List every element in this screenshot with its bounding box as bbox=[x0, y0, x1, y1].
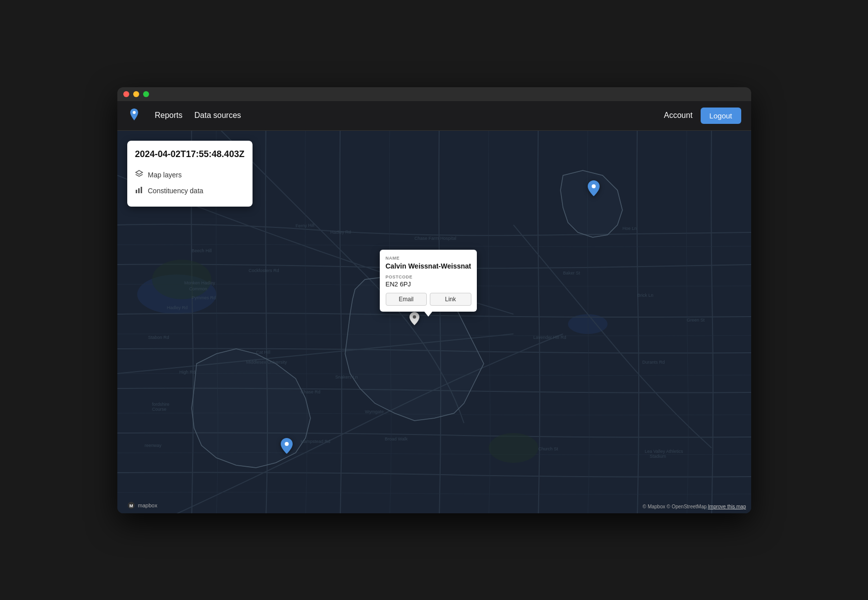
svg-rect-43 bbox=[138, 188, 140, 193]
svg-text:Hoe Ln: Hoe Ln bbox=[622, 226, 637, 231]
svg-point-39 bbox=[592, 184, 596, 188]
popup-name-label: NAME bbox=[386, 256, 471, 261]
svg-text:Ferny Hill: Ferny Hill bbox=[295, 222, 314, 228]
app-logo[interactable] bbox=[127, 108, 141, 123]
nav-data-sources[interactable]: Data sources bbox=[189, 107, 247, 124]
svg-point-0 bbox=[133, 111, 136, 114]
svg-text:Stadium: Stadium bbox=[650, 454, 666, 459]
svg-text:Stabon Rd: Stabon Rd bbox=[148, 335, 169, 340]
svg-rect-42 bbox=[136, 190, 137, 193]
popup-postcode-label: POSTCODE bbox=[386, 274, 471, 279]
svg-rect-44 bbox=[141, 187, 142, 193]
svg-text:Middlesex University: Middlesex University bbox=[246, 360, 287, 365]
maximize-dot[interactable] bbox=[143, 91, 149, 97]
mapbox-logo-text: mapbox bbox=[138, 502, 157, 508]
location-popup: NAME Calvin Weissnat-Weissnat POSTCODE E… bbox=[380, 250, 477, 312]
svg-text:Broad Walk: Broad Walk bbox=[385, 436, 408, 441]
popup-actions: Email Link bbox=[386, 293, 471, 306]
svg-text:Cockfosters Rd: Cockfosters Rd bbox=[249, 268, 279, 273]
svg-text:Course: Course bbox=[152, 407, 166, 412]
bar-chart-icon bbox=[135, 186, 143, 196]
map-layers-item[interactable]: Map layers bbox=[135, 167, 245, 183]
svg-text:Lea Valley Athletics: Lea Valley Athletics bbox=[645, 449, 683, 454]
app-window: Reports Data sources Account Logout bbox=[117, 87, 751, 513]
svg-text:Hadley Rd: Hadley Rd bbox=[167, 305, 188, 310]
constituency-data-item[interactable]: Constituency data bbox=[135, 183, 245, 199]
layers-icon bbox=[135, 170, 143, 180]
svg-text:Hadley Rd: Hadley Rd bbox=[330, 229, 351, 235]
svg-point-40 bbox=[412, 315, 416, 319]
svg-text:Cat Hill: Cat Hill bbox=[256, 350, 270, 355]
svg-text:Beech Hill: Beech Hill bbox=[192, 248, 212, 253]
svg-text:Pymmes Rd: Pymmes Rd bbox=[192, 295, 216, 300]
svg-text:Lavender Hill Rd: Lavender Hill Rd bbox=[533, 335, 566, 340]
nav-account: Account bbox=[664, 111, 693, 120]
svg-text:Baker St: Baker St bbox=[563, 271, 580, 275]
info-panel: 2024-04-02T17:55:48.403Z Map layers bbox=[127, 141, 253, 207]
svg-text:High Rd: High Rd bbox=[179, 370, 196, 375]
svg-text:Green St: Green St bbox=[687, 318, 705, 323]
svg-text:Common: Common bbox=[189, 286, 207, 291]
svg-point-41 bbox=[285, 442, 289, 446]
logout-button[interactable]: Logout bbox=[701, 108, 741, 124]
timestamp: 2024-04-02T17:55:48.403Z bbox=[135, 149, 245, 160]
email-button[interactable]: Email bbox=[386, 293, 427, 306]
constituency-data-label: Constituency data bbox=[148, 187, 204, 195]
svg-text:reenway: reenway bbox=[145, 443, 162, 448]
svg-text:M: M bbox=[129, 503, 133, 508]
popup-name-value: Calvin Weissnat-Weissnat bbox=[386, 262, 471, 271]
svg-text:Monken Hadley: Monken Hadley bbox=[184, 280, 215, 285]
svg-text:Chase Farm Hospital: Chase Farm Hospital bbox=[414, 236, 457, 241]
svg-text:Durants Rd: Durants Rd bbox=[642, 360, 665, 365]
pin-bottom-left[interactable] bbox=[281, 438, 293, 456]
popup-postcode-value: EN2 6PJ bbox=[386, 280, 471, 288]
minimize-dot[interactable] bbox=[133, 91, 139, 97]
svg-point-5 bbox=[489, 433, 538, 463]
svg-text:Chase Rd: Chase Rd bbox=[301, 389, 320, 394]
link-button[interactable]: Link bbox=[430, 293, 471, 306]
map-copyright: © Mapbox © OpenStreetMap Improve this ma… bbox=[643, 504, 746, 509]
pin-popup-marker[interactable] bbox=[409, 312, 419, 327]
navbar: Reports Data sources Account Logout bbox=[117, 101, 751, 131]
svg-text:fordshire: fordshire bbox=[152, 402, 169, 407]
svg-text:Wymgate: Wymgate bbox=[365, 409, 384, 414]
svg-text:Hampstead Rd: Hampstead Rd bbox=[301, 439, 330, 444]
map-container[interactable]: Ferny Hill Hadley Rd Chase Farm Hospital… bbox=[117, 131, 751, 513]
svg-text:Snakers Ln: Snakers Ln bbox=[335, 375, 358, 380]
svg-point-4 bbox=[152, 260, 211, 299]
title-bar bbox=[117, 87, 751, 101]
mapbox-attribution: M mapbox bbox=[127, 501, 157, 509]
svg-text:Brick Ln: Brick Ln bbox=[637, 293, 654, 298]
svg-text:Church St: Church St bbox=[538, 446, 559, 451]
pin-top-right[interactable] bbox=[588, 180, 600, 198]
improve-map-link[interactable]: Improve this map bbox=[708, 504, 746, 509]
close-dot[interactable] bbox=[123, 91, 129, 97]
map-layers-label: Map layers bbox=[148, 171, 182, 179]
nav-reports[interactable]: Reports bbox=[149, 107, 189, 124]
